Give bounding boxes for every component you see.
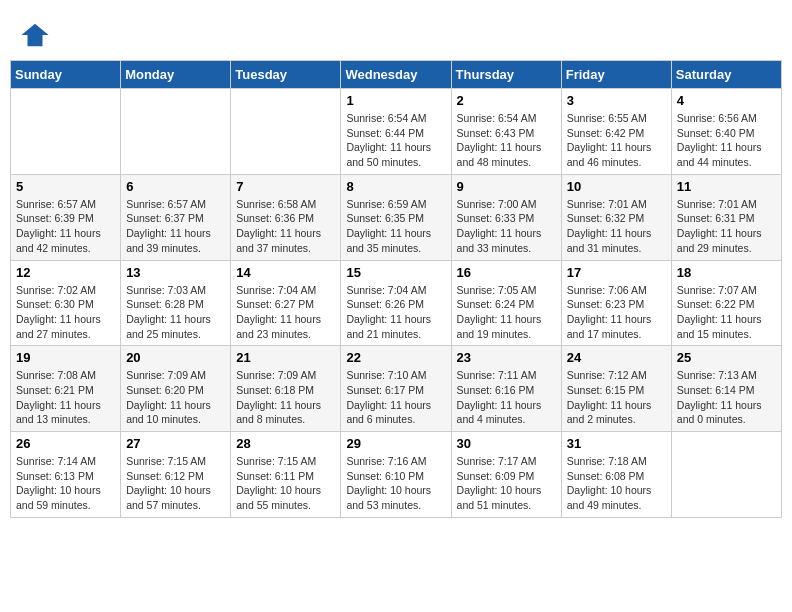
- day-info: Sunrise: 7:09 AM Sunset: 6:18 PM Dayligh…: [236, 368, 335, 427]
- day-info: Sunrise: 6:58 AM Sunset: 6:36 PM Dayligh…: [236, 197, 335, 256]
- empty-day-cell: [671, 432, 781, 518]
- calendar-day-23: 23Sunrise: 7:11 AM Sunset: 6:16 PM Dayli…: [451, 346, 561, 432]
- day-number: 31: [567, 436, 666, 451]
- day-info: Sunrise: 7:17 AM Sunset: 6:09 PM Dayligh…: [457, 454, 556, 513]
- day-number: 23: [457, 350, 556, 365]
- day-info: Sunrise: 7:13 AM Sunset: 6:14 PM Dayligh…: [677, 368, 776, 427]
- logo-icon: [20, 20, 50, 50]
- calendar-header-row: SundayMondayTuesdayWednesdayThursdayFrid…: [11, 61, 782, 89]
- day-number: 28: [236, 436, 335, 451]
- day-number: 20: [126, 350, 225, 365]
- calendar-day-17: 17Sunrise: 7:06 AM Sunset: 6:23 PM Dayli…: [561, 260, 671, 346]
- day-number: 11: [677, 179, 776, 194]
- logo: [20, 20, 54, 50]
- calendar-day-31: 31Sunrise: 7:18 AM Sunset: 6:08 PM Dayli…: [561, 432, 671, 518]
- day-info: Sunrise: 7:10 AM Sunset: 6:17 PM Dayligh…: [346, 368, 445, 427]
- calendar-week-row: 26Sunrise: 7:14 AM Sunset: 6:13 PM Dayli…: [11, 432, 782, 518]
- calendar-day-4: 4Sunrise: 6:56 AM Sunset: 6:40 PM Daylig…: [671, 89, 781, 175]
- day-info: Sunrise: 7:18 AM Sunset: 6:08 PM Dayligh…: [567, 454, 666, 513]
- calendar-day-5: 5Sunrise: 6:57 AM Sunset: 6:39 PM Daylig…: [11, 174, 121, 260]
- calendar-day-18: 18Sunrise: 7:07 AM Sunset: 6:22 PM Dayli…: [671, 260, 781, 346]
- column-header-friday: Friday: [561, 61, 671, 89]
- calendar-day-20: 20Sunrise: 7:09 AM Sunset: 6:20 PM Dayli…: [121, 346, 231, 432]
- empty-day-cell: [11, 89, 121, 175]
- calendar-day-2: 2Sunrise: 6:54 AM Sunset: 6:43 PM Daylig…: [451, 89, 561, 175]
- day-info: Sunrise: 7:16 AM Sunset: 6:10 PM Dayligh…: [346, 454, 445, 513]
- day-info: Sunrise: 7:01 AM Sunset: 6:31 PM Dayligh…: [677, 197, 776, 256]
- day-number: 10: [567, 179, 666, 194]
- day-number: 19: [16, 350, 115, 365]
- day-number: 21: [236, 350, 335, 365]
- column-header-monday: Monday: [121, 61, 231, 89]
- calendar-day-7: 7Sunrise: 6:58 AM Sunset: 6:36 PM Daylig…: [231, 174, 341, 260]
- day-number: 13: [126, 265, 225, 280]
- calendar-day-9: 9Sunrise: 7:00 AM Sunset: 6:33 PM Daylig…: [451, 174, 561, 260]
- day-info: Sunrise: 7:11 AM Sunset: 6:16 PM Dayligh…: [457, 368, 556, 427]
- calendar-day-15: 15Sunrise: 7:04 AM Sunset: 6:26 PM Dayli…: [341, 260, 451, 346]
- page-header: [10, 10, 782, 55]
- day-number: 12: [16, 265, 115, 280]
- day-number: 18: [677, 265, 776, 280]
- day-number: 24: [567, 350, 666, 365]
- calendar-day-8: 8Sunrise: 6:59 AM Sunset: 6:35 PM Daylig…: [341, 174, 451, 260]
- column-header-tuesday: Tuesday: [231, 61, 341, 89]
- day-info: Sunrise: 7:06 AM Sunset: 6:23 PM Dayligh…: [567, 283, 666, 342]
- calendar-week-row: 12Sunrise: 7:02 AM Sunset: 6:30 PM Dayli…: [11, 260, 782, 346]
- calendar-day-3: 3Sunrise: 6:55 AM Sunset: 6:42 PM Daylig…: [561, 89, 671, 175]
- calendar-day-21: 21Sunrise: 7:09 AM Sunset: 6:18 PM Dayli…: [231, 346, 341, 432]
- day-number: 25: [677, 350, 776, 365]
- calendar-day-14: 14Sunrise: 7:04 AM Sunset: 6:27 PM Dayli…: [231, 260, 341, 346]
- column-header-wednesday: Wednesday: [341, 61, 451, 89]
- day-info: Sunrise: 7:04 AM Sunset: 6:26 PM Dayligh…: [346, 283, 445, 342]
- column-header-saturday: Saturday: [671, 61, 781, 89]
- calendar-day-11: 11Sunrise: 7:01 AM Sunset: 6:31 PM Dayli…: [671, 174, 781, 260]
- day-info: Sunrise: 7:04 AM Sunset: 6:27 PM Dayligh…: [236, 283, 335, 342]
- day-number: 5: [16, 179, 115, 194]
- day-info: Sunrise: 7:07 AM Sunset: 6:22 PM Dayligh…: [677, 283, 776, 342]
- day-info: Sunrise: 7:14 AM Sunset: 6:13 PM Dayligh…: [16, 454, 115, 513]
- day-number: 17: [567, 265, 666, 280]
- svg-marker-0: [22, 24, 49, 47]
- calendar-day-12: 12Sunrise: 7:02 AM Sunset: 6:30 PM Dayli…: [11, 260, 121, 346]
- day-number: 29: [346, 436, 445, 451]
- calendar-day-28: 28Sunrise: 7:15 AM Sunset: 6:11 PM Dayli…: [231, 432, 341, 518]
- calendar-day-10: 10Sunrise: 7:01 AM Sunset: 6:32 PM Dayli…: [561, 174, 671, 260]
- day-number: 26: [16, 436, 115, 451]
- day-number: 1: [346, 93, 445, 108]
- day-info: Sunrise: 7:01 AM Sunset: 6:32 PM Dayligh…: [567, 197, 666, 256]
- day-info: Sunrise: 7:09 AM Sunset: 6:20 PM Dayligh…: [126, 368, 225, 427]
- day-number: 15: [346, 265, 445, 280]
- day-number: 8: [346, 179, 445, 194]
- empty-day-cell: [231, 89, 341, 175]
- day-info: Sunrise: 6:54 AM Sunset: 6:44 PM Dayligh…: [346, 111, 445, 170]
- day-info: Sunrise: 6:56 AM Sunset: 6:40 PM Dayligh…: [677, 111, 776, 170]
- calendar-week-row: 19Sunrise: 7:08 AM Sunset: 6:21 PM Dayli…: [11, 346, 782, 432]
- day-number: 16: [457, 265, 556, 280]
- day-number: 4: [677, 93, 776, 108]
- column-header-sunday: Sunday: [11, 61, 121, 89]
- calendar-day-16: 16Sunrise: 7:05 AM Sunset: 6:24 PM Dayli…: [451, 260, 561, 346]
- calendar-day-22: 22Sunrise: 7:10 AM Sunset: 6:17 PM Dayli…: [341, 346, 451, 432]
- calendar-week-row: 5Sunrise: 6:57 AM Sunset: 6:39 PM Daylig…: [11, 174, 782, 260]
- day-info: Sunrise: 7:05 AM Sunset: 6:24 PM Dayligh…: [457, 283, 556, 342]
- calendar-day-26: 26Sunrise: 7:14 AM Sunset: 6:13 PM Dayli…: [11, 432, 121, 518]
- calendar-table: SundayMondayTuesdayWednesdayThursdayFrid…: [10, 60, 782, 518]
- day-info: Sunrise: 6:55 AM Sunset: 6:42 PM Dayligh…: [567, 111, 666, 170]
- day-info: Sunrise: 7:03 AM Sunset: 6:28 PM Dayligh…: [126, 283, 225, 342]
- day-info: Sunrise: 6:57 AM Sunset: 6:37 PM Dayligh…: [126, 197, 225, 256]
- day-info: Sunrise: 6:57 AM Sunset: 6:39 PM Dayligh…: [16, 197, 115, 256]
- day-info: Sunrise: 6:54 AM Sunset: 6:43 PM Dayligh…: [457, 111, 556, 170]
- day-info: Sunrise: 7:15 AM Sunset: 6:11 PM Dayligh…: [236, 454, 335, 513]
- day-info: Sunrise: 7:02 AM Sunset: 6:30 PM Dayligh…: [16, 283, 115, 342]
- calendar-day-29: 29Sunrise: 7:16 AM Sunset: 6:10 PM Dayli…: [341, 432, 451, 518]
- calendar-day-25: 25Sunrise: 7:13 AM Sunset: 6:14 PM Dayli…: [671, 346, 781, 432]
- day-number: 9: [457, 179, 556, 194]
- empty-day-cell: [121, 89, 231, 175]
- calendar-day-13: 13Sunrise: 7:03 AM Sunset: 6:28 PM Dayli…: [121, 260, 231, 346]
- day-number: 22: [346, 350, 445, 365]
- column-header-thursday: Thursday: [451, 61, 561, 89]
- day-info: Sunrise: 7:00 AM Sunset: 6:33 PM Dayligh…: [457, 197, 556, 256]
- calendar-day-24: 24Sunrise: 7:12 AM Sunset: 6:15 PM Dayli…: [561, 346, 671, 432]
- day-number: 2: [457, 93, 556, 108]
- day-info: Sunrise: 6:59 AM Sunset: 6:35 PM Dayligh…: [346, 197, 445, 256]
